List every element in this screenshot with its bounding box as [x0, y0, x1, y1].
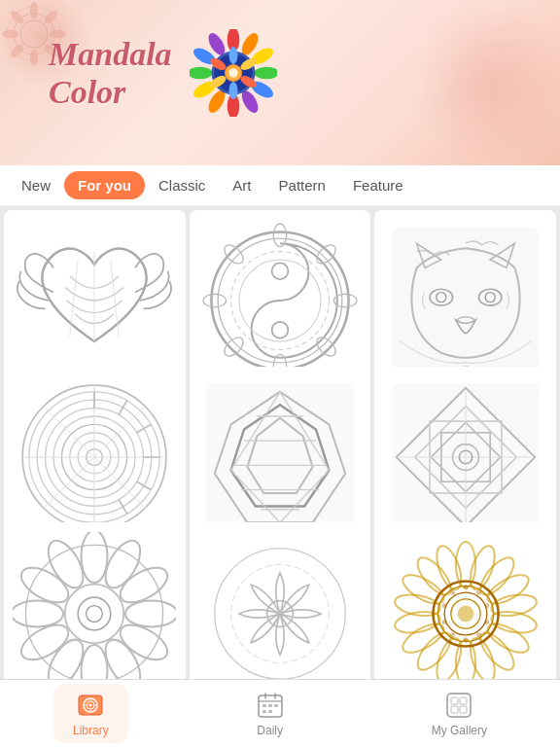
bottom-navigation: Library Daily [0, 679, 560, 747]
svg-point-138 [484, 620, 489, 624]
svg-point-48 [203, 295, 227, 307]
svg-rect-157 [460, 697, 467, 704]
grid-item-geometric[interactable] [374, 367, 556, 549]
svg-point-10 [9, 9, 26, 26]
nav-tabs: New For you Classic Art Pattern Feature [0, 165, 560, 206]
svg-line-74 [120, 500, 127, 515]
tab-feature[interactable]: Feature [339, 171, 417, 199]
app-title: Mandala Color [49, 35, 172, 111]
grid-item-wolf[interactable] [374, 210, 556, 392]
svg-line-70 [120, 401, 127, 415]
svg-line-71 [137, 424, 152, 432]
svg-point-14 [254, 67, 276, 80]
svg-point-90 [26, 545, 163, 679]
svg-point-133 [476, 589, 481, 594]
svg-point-134 [484, 603, 489, 608]
svg-point-3 [30, 2, 38, 18]
svg-point-9 [2, 30, 18, 38]
library-tab-label: Library [73, 724, 109, 737]
svg-point-135 [450, 589, 455, 594]
tab-pattern[interactable]: Pattern [265, 171, 339, 199]
daily-tab-label: Daily [257, 724, 283, 737]
bottom-tab-library[interactable]: Library [53, 684, 128, 743]
svg-point-94 [125, 600, 176, 626]
svg-point-140 [450, 632, 455, 637]
svg-point-137 [441, 620, 446, 624]
svg-point-43 [313, 242, 338, 267]
svg-point-4 [42, 9, 59, 26]
svg-point-45 [313, 335, 338, 360]
grid-item-sunflower[interactable] [374, 522, 556, 679]
coloring-grid [0, 206, 560, 679]
svg-point-49 [221, 242, 246, 267]
svg-point-132 [463, 585, 468, 589]
svg-point-97 [82, 645, 108, 679]
svg-point-25 [228, 47, 237, 64]
grid-item-heart[interactable] [4, 210, 186, 392]
svg-rect-156 [451, 697, 458, 704]
svg-rect-158 [451, 706, 458, 713]
tab-classic[interactable]: Classic [145, 171, 219, 199]
svg-point-28 [228, 82, 237, 99]
svg-point-100 [13, 600, 63, 626]
svg-point-2 [20, 20, 48, 48]
svg-point-139 [476, 632, 481, 637]
grid-item-yinyang[interactable] [190, 210, 371, 392]
bottom-tab-daily[interactable]: Daily [235, 684, 305, 743]
svg-point-103 [65, 584, 123, 642]
svg-rect-153 [262, 710, 266, 713]
library-icon [75, 690, 106, 721]
svg-point-32 [228, 69, 237, 78]
app-header: Mandala Color [0, 0, 560, 165]
gallery-icon [443, 690, 474, 721]
svg-point-131 [457, 605, 473, 622]
svg-line-73 [137, 481, 152, 489]
svg-point-141 [463, 637, 468, 642]
daily-icon [255, 690, 286, 721]
svg-point-7 [30, 50, 38, 66]
grid-item-spiral[interactable] [4, 367, 186, 549]
bg-decoration-right [414, 0, 560, 165]
svg-point-145 [89, 704, 92, 707]
svg-point-136 [441, 603, 446, 608]
grid-item-rose[interactable] [190, 522, 371, 679]
grid-item-celtic-knot[interactable] [190, 367, 371, 549]
svg-point-104 [79, 597, 112, 630]
svg-point-91 [82, 532, 108, 583]
svg-rect-152 [274, 704, 278, 707]
svg-rect-151 [268, 704, 272, 707]
tab-for-you[interactable]: For you [64, 171, 145, 199]
app-logo [190, 29, 277, 117]
header-title-wrap: Mandala Color [49, 29, 277, 117]
svg-rect-159 [460, 706, 467, 713]
svg-point-20 [190, 67, 212, 80]
svg-rect-155 [447, 694, 471, 717]
svg-point-47 [221, 335, 246, 360]
svg-point-38 [272, 264, 289, 280]
tab-art[interactable]: Art [219, 171, 264, 199]
svg-point-39 [272, 322, 289, 338]
grid-item-mandala2[interactable] [4, 522, 186, 679]
svg-rect-150 [262, 704, 266, 707]
bottom-tab-gallery[interactable]: My Gallery [412, 684, 507, 743]
tab-new[interactable]: New [8, 171, 64, 199]
gallery-tab-label: My Gallery [432, 724, 487, 737]
svg-point-8 [9, 42, 26, 59]
svg-point-105 [87, 605, 103, 622]
svg-rect-154 [268, 710, 272, 713]
